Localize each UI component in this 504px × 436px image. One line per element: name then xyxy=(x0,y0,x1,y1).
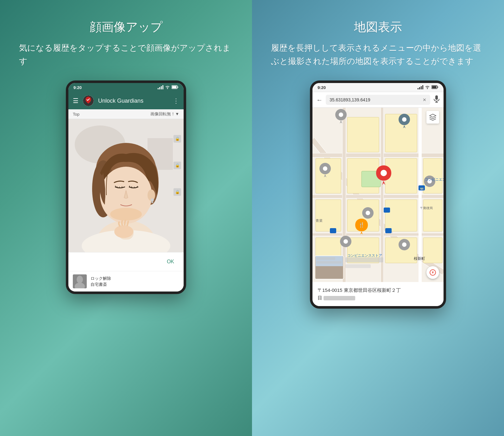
right-signal-icon xyxy=(418,85,423,90)
svg-point-73 xyxy=(402,242,406,247)
left-phone-mockup: 9:20 xyxy=(66,80,186,294)
left-panel: 顔画像アップ 気になる履歴をタップすることで顔画像がアップされます 9:20 xyxy=(0,0,252,436)
svg-rect-89 xyxy=(316,257,335,260)
ok-button[interactable]: OK xyxy=(162,258,179,266)
mic-icon[interactable] xyxy=(433,95,440,105)
svg-text:コンビニエンスストア: コンビニエンスストア xyxy=(347,253,382,257)
left-status-bar: 9:20 xyxy=(68,83,184,92)
signal-icon xyxy=(158,85,163,90)
svg-text:〒郵便局: 〒郵便局 xyxy=(420,206,433,210)
coordinates-text: 35.631893,139.6419 xyxy=(330,97,370,102)
svg-rect-92 xyxy=(345,264,371,268)
list-avatar xyxy=(73,274,87,288)
clear-icon[interactable]: ✕ xyxy=(423,97,426,102)
svg-text:コンビニエンスス: コンビニエンスス xyxy=(425,177,444,181)
right-panel-title: 地図表示 xyxy=(354,19,402,35)
right-phone-mockup: 9:20 xyxy=(310,80,446,309)
list-line1: ロック解除 xyxy=(91,275,111,282)
svg-rect-34 xyxy=(432,86,437,88)
svg-rect-6 xyxy=(172,86,177,88)
left-panel-description: 気になる履歴をタップすることで顔画像がアップされます xyxy=(0,42,252,68)
svg-rect-78 xyxy=(330,228,336,233)
back-icon[interactable]: ← xyxy=(316,96,323,104)
sub-header: Top 画像回転無！▼ xyxy=(68,109,184,119)
right-phone-container: 9:20 xyxy=(252,80,504,309)
svg-point-66 xyxy=(339,112,343,117)
svg-rect-76 xyxy=(384,208,390,213)
svg-rect-30 xyxy=(421,86,422,89)
wifi-icon xyxy=(165,85,170,90)
svg-rect-90 xyxy=(316,261,342,264)
svg-rect-57 xyxy=(316,200,341,231)
svg-point-21 xyxy=(151,198,154,202)
ok-dialog: OK xyxy=(68,252,184,271)
svg-rect-35 xyxy=(438,87,438,88)
svg-rect-1 xyxy=(159,87,160,89)
list-line2: 自宅書斎 xyxy=(91,281,111,288)
svg-text:🍴: 🍴 xyxy=(358,222,365,228)
svg-point-67 xyxy=(402,117,406,122)
sub-header-top: Top xyxy=(73,112,79,117)
left-status-icons xyxy=(158,85,179,90)
svg-rect-60 xyxy=(423,200,442,231)
svg-point-22 xyxy=(151,201,153,203)
svg-rect-29 xyxy=(419,87,420,89)
map-address: 〒154-0015 東京都世田谷区桜新町２丁 目 xyxy=(312,282,444,306)
lock-icon-3: 🔒 xyxy=(173,188,181,196)
address-blurred xyxy=(324,296,355,300)
left-phone-container: 9:20 xyxy=(0,80,252,294)
map-area[interactable]: 🚌 🍴 コンビニエンスス 桜新町 〒郵便局 コンビニエン xyxy=(312,108,444,282)
svg-rect-36 xyxy=(435,95,438,100)
svg-rect-59 xyxy=(385,200,417,231)
svg-point-72 xyxy=(343,239,348,244)
svg-rect-28 xyxy=(418,88,419,89)
battery-icon xyxy=(172,85,179,90)
app-logo xyxy=(83,95,94,106)
left-panel-title: 顔画像アップ xyxy=(90,19,163,35)
address-line2: 目 xyxy=(318,294,438,302)
svg-rect-87 xyxy=(316,266,343,279)
right-status-bar: 9:20 xyxy=(312,83,444,92)
svg-text:桜新町: 桜新町 xyxy=(414,256,425,261)
app-toolbar: ☰ Unlock Guardians ⋮ xyxy=(68,92,184,109)
svg-rect-79 xyxy=(385,228,392,233)
svg-rect-56 xyxy=(316,158,341,193)
lock-icon-2: 🔒 xyxy=(173,162,181,169)
person-illustration xyxy=(68,119,184,252)
svg-rect-64 xyxy=(423,238,442,263)
right-panel-description: 履歴を長押しして表示されるメニューの中から地図を選ぶと撮影された場所の地図を表示… xyxy=(252,42,504,68)
sub-header-rotate[interactable]: 画像回転無！▼ xyxy=(150,111,179,117)
right-status-icons xyxy=(418,85,438,90)
right-wifi-icon xyxy=(425,85,430,90)
svg-point-4 xyxy=(167,88,168,89)
svg-point-23 xyxy=(110,208,142,221)
svg-rect-51 xyxy=(347,117,379,152)
svg-rect-0 xyxy=(158,88,159,89)
address-line1: 〒154-0015 東京都世田谷区桜新町２丁 xyxy=(318,286,438,294)
list-item-text: ロック解除 自宅書斎 xyxy=(91,275,111,288)
right-battery-icon xyxy=(432,85,438,90)
svg-text:青菜: 青菜 xyxy=(316,219,323,222)
bottom-list-item[interactable]: ロック解除 自宅書斎 xyxy=(68,271,184,292)
svg-point-26 xyxy=(77,276,83,283)
svg-rect-2 xyxy=(161,86,162,89)
layer-button[interactable] xyxy=(426,111,439,124)
svg-rect-7 xyxy=(178,87,178,88)
svg-text:🚌: 🚌 xyxy=(420,186,424,190)
svg-point-69 xyxy=(381,170,387,176)
lock-icons-side: 🔒 🔒 🔒 xyxy=(173,135,181,196)
svg-rect-31 xyxy=(422,85,423,89)
svg-rect-55 xyxy=(423,158,442,193)
location-button[interactable]: ? xyxy=(426,266,439,279)
map-svg: 🚌 🍴 コンビニエンスス 桜新町 〒郵便局 コンビニエン xyxy=(312,108,444,282)
menu-icon[interactable]: ☰ xyxy=(73,97,79,105)
svg-rect-91 xyxy=(345,257,383,262)
left-time: 9:20 xyxy=(73,85,82,90)
svg-text:?: ? xyxy=(432,271,434,274)
lock-icon-1: 🔒 xyxy=(173,135,181,143)
search-input-mock[interactable]: 35.631893,139.6419 ✕ xyxy=(326,95,430,105)
more-icon[interactable]: ⋮ xyxy=(173,97,179,105)
svg-rect-3 xyxy=(162,85,163,89)
face-image-area: 🔒 🔒 🔒 xyxy=(68,119,184,252)
svg-point-68 xyxy=(323,166,327,171)
